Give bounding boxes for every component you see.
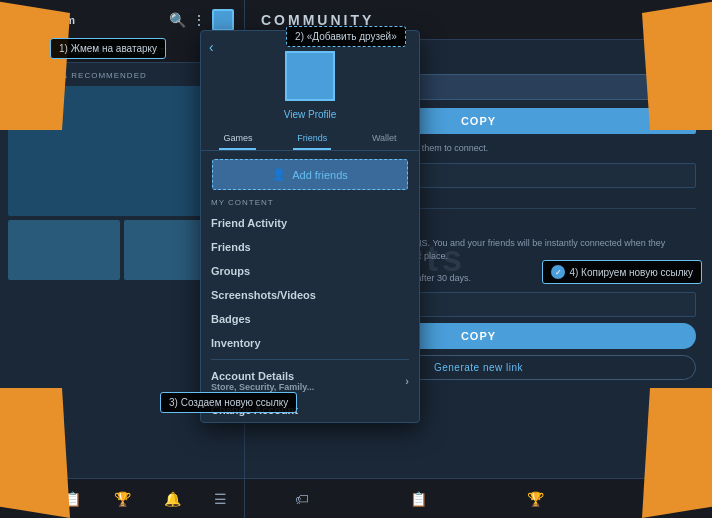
main-container: ⚙ Steam 🔍 ⋮ 1) Жмем на аватарку МЕНЮ▾ WI… (0, 0, 712, 518)
bottom-nav-hamburger[interactable]: ☰ (214, 491, 227, 507)
divider-1 (211, 359, 409, 360)
menu-groups[interactable]: Groups (201, 259, 419, 283)
tooltip-4: ✓ 4) Копируем новую ссылку (542, 260, 702, 284)
community-nav-tag[interactable]: 🏷 (295, 491, 309, 507)
tab-games[interactable]: Games (219, 128, 256, 150)
tab-wallet[interactable]: Wallet (368, 128, 401, 150)
add-friends-button[interactable]: 👤 Add friends (212, 159, 408, 190)
avatar[interactable] (212, 9, 234, 31)
menu-friend-activity[interactable]: Friend Activity (201, 211, 419, 235)
menu-friends[interactable]: Friends (201, 235, 419, 259)
gift-decoration-top-right (642, 0, 712, 130)
community-nav-achievement[interactable]: 🏆 (527, 491, 544, 507)
community-bottom-nav: 🏷 📋 🏆 🔔 (245, 478, 712, 518)
bottom-nav-notification[interactable]: 🔔 (164, 491, 181, 507)
bottom-nav-achievement[interactable]: 🏆 (114, 491, 131, 507)
center-overlay-panel: ‹ 2) «Добавить друзей» View Profile Game… (200, 30, 420, 423)
tooltip-3: 3) Создаем новую ссылку (160, 392, 297, 413)
menu-screenshots[interactable]: Screenshots/Videos (201, 283, 419, 307)
tab-friends[interactable]: Friends (293, 128, 331, 150)
menu-dots-icon[interactable]: ⋮ (192, 12, 206, 28)
gift-decoration-bottom-right (642, 388, 712, 518)
tooltip-2: 2) «Добавить друзей» (286, 26, 406, 47)
menu-inventory[interactable]: Inventory (201, 331, 419, 355)
search-icon[interactable]: 🔍 (169, 12, 186, 28)
center-tabs: Games Friends Wallet (201, 128, 419, 151)
tooltip-1: 1) Жмем на аватарку (50, 38, 166, 59)
view-profile-button[interactable]: View Profile (284, 109, 337, 120)
steam-header-icons: 🔍 ⋮ (169, 9, 234, 31)
menu-badges[interactable]: Badges (201, 307, 419, 331)
my-content-label: MY CONTENT (201, 198, 419, 211)
check-icon: ✓ (551, 265, 565, 279)
community-nav-library[interactable]: 📋 (410, 491, 427, 507)
gift-decoration-bottom-left (0, 388, 70, 518)
center-avatar[interactable] (285, 51, 335, 101)
add-friends-icon: 👤 (272, 168, 286, 181)
gift-decoration-top-left (0, 0, 70, 130)
back-button[interactable]: ‹ (209, 39, 214, 55)
featured-image-1 (8, 220, 120, 280)
